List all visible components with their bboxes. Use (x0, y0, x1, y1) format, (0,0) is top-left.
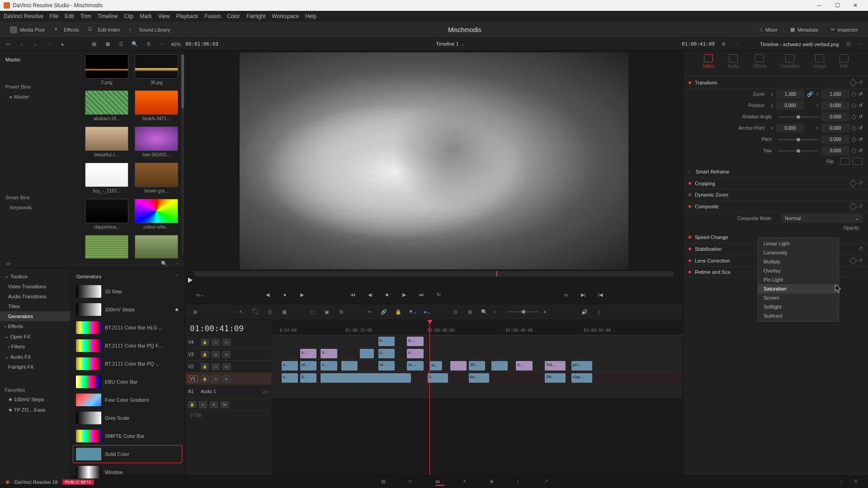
dropdown-option[interactable]: Multiply (758, 257, 839, 266)
pitch-slider[interactable] (778, 139, 819, 140)
timeline-clip[interactable]: sc... (378, 361, 395, 371)
generator-item[interactable]: BT.2111 Color Bar PQ F... (73, 337, 182, 355)
edit-index-toggle[interactable]: ☰Edit Index (83, 24, 124, 35)
reset-icon[interactable]: ↺ (859, 148, 863, 154)
prev-edit[interactable]: ◀ (262, 289, 273, 300)
generator-item[interactable]: SMPTE Color Bar (73, 427, 182, 445)
insert-clip[interactable]: ▢ (307, 307, 317, 317)
yaw-field[interactable]: 0.000 (821, 146, 849, 155)
fav-item[interactable]: ★ 100mV Steps (0, 394, 70, 405)
reset-icon[interactable]: ↺ (859, 114, 863, 120)
marker-icon[interactable]: ●⌄ (422, 307, 432, 317)
smart-bins-header[interactable]: Smart Bins (4, 192, 78, 203)
flip-v-button[interactable] (853, 158, 863, 165)
trim-tool[interactable]: ⎾⏌ (250, 307, 260, 317)
custom-zoom[interactable]: 🔍 (479, 307, 489, 317)
generator-item[interactable]: Solid Color (73, 445, 182, 463)
rotation-slider[interactable] (778, 117, 819, 117)
expand-icon[interactable]: ⊡ (844, 40, 853, 49)
dropdown-option[interactable]: Overlay (758, 266, 839, 275)
meter-icon[interactable]: | (594, 307, 604, 317)
toolbox-header[interactable]: ⌄Toolbox (0, 271, 70, 282)
tab-transition[interactable]: Transition (780, 54, 800, 75)
more-icon[interactable]: ⋯ (157, 40, 166, 49)
blade-tool[interactable]: ▦ (279, 307, 289, 317)
media-thumbnail[interactable]: 36.jpg (135, 54, 178, 85)
page-color[interactable]: ◉ (490, 479, 499, 486)
timeline-clip[interactable]: p... (378, 337, 395, 346)
match-frame[interactable]: ▭ (561, 289, 571, 300)
page-edit[interactable]: ▭ (435, 479, 444, 486)
generator-item[interactable]: 10 Step (73, 282, 182, 300)
go-start[interactable]: ⏮ (347, 289, 358, 300)
section-composite[interactable]: Composite↺ (683, 201, 868, 212)
track-header-v3[interactable]: V3🔒▭▭ (185, 348, 271, 361)
page-fusion[interactable]: ✦ (462, 479, 472, 486)
timeline-clip[interactable]: s... (282, 361, 298, 371)
timeline-clip[interactable] (450, 361, 467, 371)
blade-edit[interactable]: ✂ (364, 307, 374, 317)
timeline-clip[interactable]: b... (300, 373, 316, 383)
track-enable[interactable]: ▭ (212, 351, 220, 358)
sort-icon[interactable]: ⇅ (144, 40, 153, 49)
overwrite-clip[interactable]: ▣ (322, 307, 332, 317)
menu-item[interactable]: Clip (124, 13, 133, 19)
dynamic-trim[interactable]: ⟨⟩ (265, 307, 275, 317)
timeline-name[interactable]: Timeline 1 ⌄ (223, 41, 677, 47)
section-smart-reframe[interactable]: ›Smart Reframe (683, 166, 868, 178)
track-enable[interactable]: ▭ (212, 375, 220, 382)
zoom-y-field[interactable]: 1.050 (821, 90, 849, 99)
in-out-dropdown[interactable]: ▭⌄ (194, 289, 205, 300)
generator-item[interactable]: BT.2111 Color Bar PQ ... (73, 355, 182, 373)
timeline-clip[interactable]: 36... (469, 361, 485, 371)
sound-library-toggle[interactable]: ♪Sound Library (124, 24, 175, 35)
tab-video[interactable]: Video (703, 54, 714, 75)
mute-button[interactable]: M (221, 401, 229, 408)
reset-icon[interactable]: ↺ (859, 125, 863, 131)
dropdown-option[interactable]: Subtract (758, 311, 839, 320)
track-header-v1[interactable]: V1🔒▭▭ (185, 373, 271, 385)
track-visible[interactable]: ▭ (222, 375, 231, 382)
keyframe-icon[interactable] (851, 92, 856, 97)
search-icon[interactable]: 🔍 (160, 259, 169, 268)
lock-icon[interactable]: 🔒 (188, 401, 196, 408)
menu-item[interactable]: Mark (140, 13, 152, 19)
track-header-a1[interactable]: A1Audio 12.0 (185, 385, 271, 399)
section-cropping[interactable]: Cropping↺ (683, 178, 868, 189)
track-row-a1[interactable] (271, 384, 683, 398)
timeline-clip[interactable]: pro... (571, 361, 592, 371)
lock-icon[interactable]: 🔒 (201, 339, 209, 346)
timeline-clip[interactable]: sc. (429, 361, 442, 371)
keyframe-icon[interactable] (849, 257, 857, 264)
timeline-clip[interactable]: s... (321, 361, 337, 371)
effects-toggle[interactable]: ✦Effects (49, 24, 83, 35)
keyframe-icon[interactable] (849, 202, 857, 210)
close-button[interactable]: ✕ (846, 0, 864, 11)
stop-button[interactable]: ■ (382, 289, 392, 300)
pos-y-field[interactable]: 0.000 (821, 101, 849, 110)
audiofx-header[interactable]: ⌄Audio FX (0, 352, 70, 362)
timeline-clip[interactable]: s... (321, 349, 337, 358)
menu-item[interactable]: View (158, 13, 170, 19)
yaw-slider[interactable] (778, 150, 819, 151)
menu-item[interactable]: Help (305, 13, 316, 19)
fav-item[interactable]: ★ TP ZO... Ease (0, 405, 70, 415)
effects-header[interactable]: ›Effects (0, 321, 70, 331)
dropdown-option[interactable]: Linear Light (758, 239, 839, 248)
next-clip[interactable]: ▶| (578, 289, 589, 300)
track-row-v1[interactable]: s...b...b...bo...Str...clap... (271, 372, 683, 384)
composite-mode-dropdown[interactable]: Normal⌄ (781, 214, 863, 223)
dropdown-option[interactable]: Softlight (758, 302, 839, 311)
timeline-clip[interactable]: Sol... (545, 361, 566, 371)
timeline-clip[interactable]: sc... (407, 361, 423, 371)
timeline-clip[interactable] (491, 361, 508, 371)
reset-icon[interactable]: ↺ (859, 203, 863, 209)
tab-file[interactable]: File (840, 54, 849, 75)
dropdown-option[interactable]: Screen (758, 293, 839, 302)
generator-item[interactable]: EBU Color Bar (73, 373, 182, 391)
menu-item[interactable]: Fusion (204, 13, 221, 19)
keyframe-icon[interactable] (851, 126, 856, 131)
page-deliver[interactable]: ↗ (544, 479, 553, 486)
track-enable[interactable]: ▭ (199, 401, 207, 408)
track-visible[interactable]: ▭ (222, 339, 231, 346)
